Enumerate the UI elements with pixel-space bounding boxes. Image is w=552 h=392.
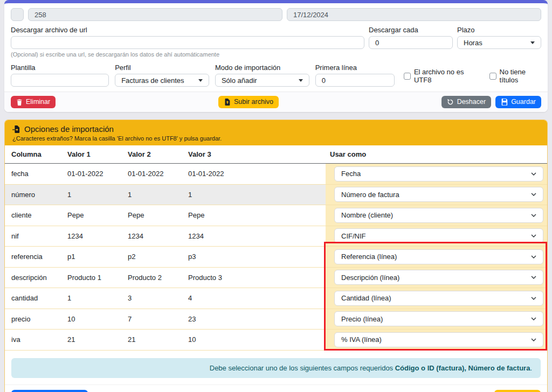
checkbox-box[interactable] — [489, 73, 496, 80]
table-header-row: Columna Valor 1 Valor 2 Valor 3 Usar com… — [5, 145, 547, 164]
value-1-cell: 1 — [63, 184, 123, 205]
use-as-value: CIF/NIF — [341, 232, 366, 240]
table-row: número 1 1 1 Número de factura — [5, 184, 547, 205]
table-row: cantidad 1 3 4 Cantidad (línea) — [5, 288, 547, 309]
save-columns-button[interactable]: Guardar columnas — [11, 390, 88, 392]
file-settings-body: Descargar archivo de url Descargar cada … — [4, 3, 548, 92]
value-1-cell: 1 — [63, 288, 123, 309]
period-value: Horas — [464, 39, 482, 47]
url-label: Descargar archivo de url — [11, 26, 364, 34]
file-lines-field — [28, 8, 282, 21]
use-as-select[interactable]: % IVA (línea) — [334, 332, 543, 347]
use-as-select[interactable]: Nombre (cliente) — [334, 208, 543, 223]
profile-value: Facturas de clientes — [121, 76, 184, 85]
undo-button[interactable]: Deshacer — [441, 96, 492, 108]
use-as-value: Número de factura — [341, 191, 399, 199]
upload-file-button[interactable]: Subir archivo — [218, 96, 279, 108]
header-columna: Columna — [5, 145, 63, 164]
checkbox-not-utf8[interactable]: El archivo no es UTF8 — [404, 68, 477, 84]
value-2-cell: Pepe — [123, 205, 184, 226]
header-valor-3: Valor 3 — [184, 145, 326, 164]
panel-subtitle: ¿Caracteres extraños? Marca la casilla '… — [12, 135, 540, 142]
chevron-down-icon — [531, 214, 536, 217]
undo-icon — [447, 99, 454, 106]
chevron-down-icon — [531, 297, 536, 300]
use-as-select[interactable]: Cantidad (línea) — [334, 291, 543, 306]
profile-select[interactable]: Facturas de clientes — [115, 74, 209, 87]
import-button[interactable]: Importar — [494, 390, 541, 392]
delete-button[interactable]: Eliminar — [11, 96, 56, 108]
panel-title: Opciones de importación — [24, 124, 114, 134]
value-2-cell: 7 — [123, 309, 184, 330]
use-as-select[interactable]: CIF/NIF — [334, 228, 543, 243]
chevron-down-icon — [531, 193, 536, 196]
value-3-cell: p3 — [184, 247, 326, 268]
chevron-down-icon — [531, 338, 536, 341]
file-settings-footer: Eliminar Subir archivo Deshacer Guardar — [4, 92, 548, 112]
url-help-text: (Opcional) si escribe una url, se descar… — [11, 51, 541, 58]
use-as-select[interactable]: Precio (línea) — [334, 311, 543, 326]
value-2-cell: 21 — [123, 330, 184, 351]
options-row: Plantilla Perfil Facturas de clientes Mo… — [11, 59, 541, 87]
use-as-select[interactable]: Descripción (línea) — [334, 270, 543, 285]
value-1-cell: 10 — [63, 309, 123, 330]
file-path-field — [11, 8, 24, 21]
import-mode-select[interactable]: Sólo añadir — [215, 74, 309, 87]
use-as-select[interactable]: Referencia (línea) — [334, 249, 543, 264]
mapping-table: Columna Valor 1 Valor 2 Valor 3 Usar com… — [5, 145, 547, 351]
file-settings-card: Descargar archivo de url Descargar cada … — [4, 0, 548, 112]
mapping-table-wrap: Columna Valor 1 Valor 2 Valor 3 Usar com… — [5, 145, 547, 351]
column-name-cell: cliente — [5, 205, 63, 226]
use-as-value: Referencia (línea) — [341, 253, 397, 261]
import-options-header: Opciones de importación ¿Caracteres extr… — [5, 120, 547, 145]
value-1-cell: Producto 1 — [63, 267, 123, 288]
period-select[interactable]: Horas — [457, 36, 541, 49]
save-button[interactable]: Guardar — [495, 96, 541, 108]
import-table-body: fecha 01-01-2022 01-01-2022 01-01-2022 F… — [5, 164, 547, 351]
value-2-cell: 1234 — [123, 226, 184, 247]
column-name-cell: fecha — [5, 164, 63, 185]
caret-down-icon — [198, 79, 203, 82]
column-name-cell: precio — [5, 309, 63, 330]
use-as-value: % IVA (línea) — [341, 335, 382, 344]
value-1-cell: 21 — [63, 330, 123, 351]
value-1-cell: Pepe — [63, 205, 123, 226]
use-as-cell: Cantidad (línea) — [326, 288, 547, 309]
use-as-select[interactable]: Número de factura — [334, 187, 543, 202]
url-input[interactable] — [11, 36, 364, 49]
profile-label: Perfil — [115, 64, 209, 72]
required-fields-message: Debe seleccionar uno de los siguientes c… — [11, 358, 541, 378]
use-as-cell: Nombre (cliente) — [326, 205, 547, 226]
table-row: precio 10 7 23 Precio (línea) — [5, 309, 547, 330]
value-2-cell: Producto 2 — [123, 267, 184, 288]
header-valor-2: Valor 2 — [123, 145, 184, 164]
table-row: iva 21 21 10 % IVA (línea) — [5, 330, 547, 351]
table-row: fecha 01-01-2022 01-01-2022 01-01-2022 F… — [5, 164, 547, 185]
import-options-footer: Guardar columnas Importar — [5, 384, 547, 392]
checkbox-not-utf8-label: El archivo no es UTF8 — [414, 68, 477, 84]
value-2-cell: 1 — [123, 184, 184, 205]
first-line-input[interactable] — [315, 74, 395, 87]
value-1-cell: p1 — [63, 247, 123, 268]
use-as-cell: % IVA (línea) — [326, 330, 547, 351]
use-as-value: Cantidad (línea) — [341, 294, 391, 302]
url-row: Descargar archivo de url Descargar cada … — [11, 21, 541, 49]
use-as-select[interactable]: Fecha — [334, 166, 543, 181]
column-name-cell: iva — [5, 330, 63, 351]
import-mode-value: Sólo añadir — [222, 76, 257, 85]
column-name-cell: cantidad — [5, 288, 63, 309]
checkbox-no-titles-label: No tiene títulos — [500, 68, 541, 84]
import-options-title-row: Opciones de importación — [12, 124, 540, 134]
download-every-input[interactable] — [369, 36, 453, 49]
use-as-value: Fecha — [341, 170, 361, 178]
checkbox-box[interactable] — [404, 73, 411, 80]
value-2-cell: 3 — [123, 288, 184, 309]
template-input[interactable] — [11, 74, 109, 87]
chevron-down-icon — [531, 255, 536, 258]
use-as-cell: Precio (línea) — [326, 309, 547, 330]
checkbox-no-titles[interactable]: No tiene títulos — [489, 68, 541, 84]
use-as-value: Nombre (cliente) — [341, 211, 393, 219]
import-options-card: Opciones de importación ¿Caracteres extr… — [4, 120, 548, 392]
use-as-cell: Descripción (línea) — [326, 267, 547, 288]
first-line-label: Primera línea — [315, 64, 395, 72]
